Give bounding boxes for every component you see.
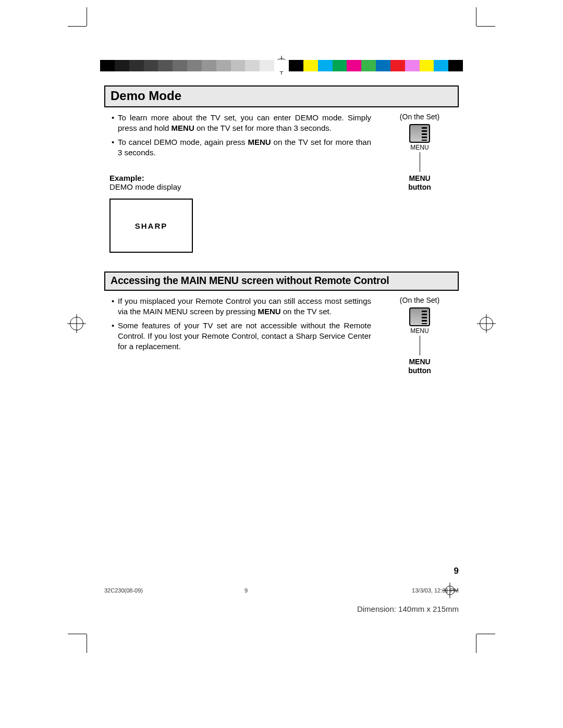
color-bars bbox=[100, 60, 463, 71]
list-item: To cancel DEMO mode, again press MENU on… bbox=[112, 137, 371, 158]
list-item: Some features of your TV set are not acc… bbox=[112, 320, 371, 352]
demo-display-box: SHARP bbox=[109, 199, 193, 253]
menu-caption: MENU bbox=[381, 327, 459, 335]
sharp-logo-text: SHARP bbox=[135, 221, 168, 230]
main-menu-bullets: If you misplaced your Remote Control you… bbox=[104, 296, 371, 352]
page-number: 9 bbox=[454, 566, 459, 576]
pointer-line bbox=[420, 336, 420, 355]
section-title-main-menu: Accessing the MAIN MENU screen without R… bbox=[104, 272, 459, 291]
registration-mark bbox=[70, 317, 83, 330]
example-subtitle: DEMO mode display bbox=[109, 182, 371, 191]
registration-mark bbox=[480, 317, 493, 330]
section-title-demo-mode: Demo Mode bbox=[104, 85, 459, 107]
registration-mark bbox=[445, 586, 455, 595]
footer-page: 9 bbox=[244, 587, 248, 594]
demo-mode-bullets: To learn more about the TV set, you can … bbox=[104, 113, 371, 158]
pointer-line bbox=[420, 152, 420, 172]
footer: 32C230(08-09) 9 13/3/03, 12:31 PM bbox=[104, 586, 459, 595]
dimension-note: Dimension: 140mm x 215mm bbox=[357, 604, 459, 613]
example-label: Example: bbox=[109, 174, 371, 182]
menu-button-label: MENUbutton bbox=[381, 357, 459, 375]
list-item: To learn more about the TV set, you can … bbox=[112, 113, 371, 134]
on-the-set-label: (On the Set) bbox=[381, 296, 459, 304]
footer-doc-id: 32C230(08-09) bbox=[104, 587, 143, 594]
menu-caption: MENU bbox=[381, 144, 459, 151]
on-the-set-label: (On the Set) bbox=[381, 113, 459, 121]
page-content: Demo Mode To learn more about the TV set… bbox=[104, 85, 459, 375]
menu-button-label: MENUbutton bbox=[381, 174, 459, 192]
tv-set-icon bbox=[409, 124, 430, 143]
tv-set-icon bbox=[409, 307, 430, 326]
list-item: If you misplaced your Remote Control you… bbox=[112, 296, 371, 317]
